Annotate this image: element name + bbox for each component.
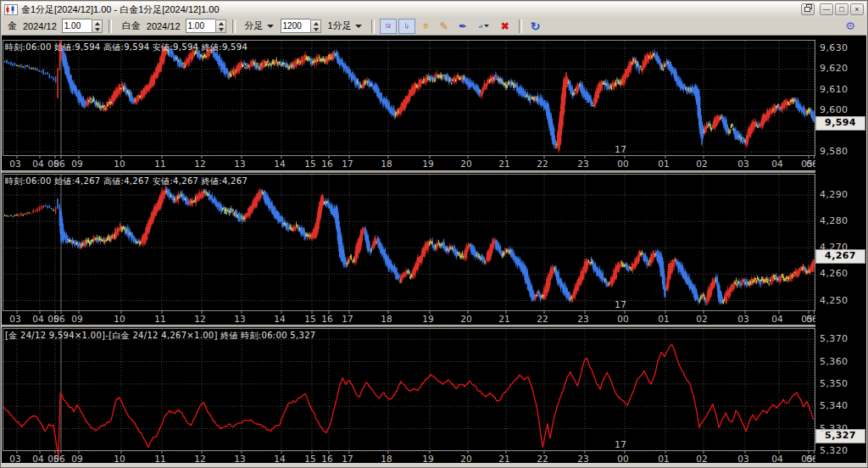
y-tick-label: 9,600 — [820, 104, 849, 115]
y-tick-label: 4,290 — [820, 189, 849, 200]
x-tick-label: 10 — [114, 159, 125, 169]
spin-down-icon[interactable] — [92, 26, 102, 32]
x-tick-label: 13 — [234, 159, 245, 169]
candlestick-app-icon — [4, 4, 18, 15]
x-tick-label: 11 — [154, 159, 165, 169]
x-tick-label: 02 — [696, 159, 707, 169]
y-tick-label: 5,330 — [820, 423, 849, 434]
bar-type-dropdown[interactable]: 分足 — [242, 19, 276, 33]
cursor-icon — [404, 20, 409, 31]
refresh-icon: ↻ — [531, 20, 541, 32]
platinum-multiplier-input[interactable] — [186, 19, 215, 33]
date-label: 17 — [615, 144, 626, 155]
chart-window: 金1分足[2024/12]1.00 - 白金1分足[2024/12]1.00 —… — [0, 0, 868, 468]
gold-candlestick-chart[interactable]: 0304050609101112131415161718192021222300… — [3, 40, 815, 170]
toolbar-separator — [232, 20, 236, 33]
y-tick-label: 9,610 — [820, 84, 849, 95]
pointer-tool-button[interactable] — [398, 19, 415, 34]
x-tick-label: 03 — [737, 159, 748, 169]
y-tick-label: 9,620 — [820, 63, 849, 74]
y-tick-label: 4,270 — [820, 242, 849, 253]
date-label: 17 — [615, 439, 626, 450]
maximize-button[interactable]: □ — [835, 3, 849, 15]
x-tick-label: 04 — [32, 159, 44, 169]
chart-area: 0304050609101112131415161718192021222300… — [2, 36, 866, 465]
x-tick-label: 21 — [498, 314, 509, 324]
panel-splitter[interactable] — [2, 325, 866, 327]
overlapping-windows-icon — [804, 4, 812, 12]
y-tick-label: 5,320 — [820, 445, 849, 456]
y-tick-label: 5,340 — [820, 400, 849, 411]
x-tick-label: 16 — [321, 314, 333, 324]
crosshair-chart-icon — [386, 20, 391, 31]
y-tick-label: 5,360 — [820, 356, 849, 367]
gold-multiplier-input[interactable] — [62, 19, 92, 33]
spin-up-icon[interactable] — [311, 20, 320, 26]
x-tick-label: 16 — [321, 159, 333, 169]
hand-tool-button[interactable] — [417, 19, 434, 34]
spin-down-icon[interactable] — [311, 26, 320, 32]
x-tick-label: 22 — [537, 314, 548, 324]
pencil-tool-button[interactable]: ✎ — [436, 19, 453, 34]
x-tick-label: 18 — [381, 314, 392, 324]
gold-chart-panel: 0304050609101112131415161718192021222300… — [3, 40, 815, 170]
date-label: 17 — [615, 299, 626, 310]
x-tick-label: 06 — [806, 314, 815, 324]
indicator-menu-button[interactable] — [473, 19, 495, 34]
x-tick-label: 23 — [577, 159, 588, 169]
x-tick-label: 00 — [617, 314, 628, 324]
y-tick-label: 9,580 — [820, 146, 849, 157]
toolbar-separator — [519, 20, 522, 33]
delete-x-icon: ✖ — [501, 21, 509, 31]
refresh-button[interactable]: ↻ — [527, 19, 544, 34]
x-tick-label: 14 — [274, 314, 286, 324]
gold-contract: 2024/12 — [23, 21, 57, 31]
y-tick-label: 4,280 — [820, 215, 849, 226]
x-tick-label: 17 — [342, 159, 353, 169]
interval-dropdown[interactable]: 1分足 — [326, 19, 364, 33]
close-button[interactable]: × — [850, 3, 864, 15]
spread-line-chart[interactable]: 0304050609101112131415161718192021222300… — [3, 328, 815, 465]
x-tick-label: 04 — [771, 314, 783, 324]
x-tick-label: 00 — [617, 159, 628, 169]
x-tick-label: 19 — [422, 159, 433, 169]
y-tick-label: 4,260 — [820, 268, 849, 279]
y-tick-label: 4,250 — [820, 295, 849, 306]
panel-splitter[interactable] — [2, 170, 866, 173]
platinum-contract: 2024/12 — [147, 21, 181, 31]
settings-button[interactable]: ⚙ — [842, 19, 859, 34]
window-title: 金1分足[2024/12]1.00 - 白金1分足[2024/12]1.00 — [21, 3, 801, 16]
crosshair-tool-button[interactable] — [380, 19, 397, 34]
x-tick-label: 06 — [806, 159, 815, 169]
platinum-ohlc-header: 時刻:06:00 始値:4,267 高値:4,267 安値:4,267 終値:4… — [5, 176, 248, 187]
x-tick-label: 12 — [194, 159, 205, 169]
x-tick-label: 03 — [9, 314, 20, 324]
x-tick-label: 15 — [304, 314, 315, 324]
bar-count-input[interactable] — [281, 19, 310, 33]
chevron-down-icon — [267, 25, 274, 28]
pen-nib-icon: ✒ — [459, 21, 467, 31]
platinum-label: 白金 — [122, 20, 141, 32]
title-bar[interactable]: 金1分足[2024/12]1.00 - 白金1分足[2024/12]1.00 —… — [2, 2, 866, 18]
x-tick-label: 03 — [737, 314, 748, 324]
spread-formula-header: [金 24/12 9,594×1.00]-[白金 24/12 4,267×1.0… — [5, 330, 315, 342]
minimize-button[interactable]: — — [820, 3, 833, 15]
spin-up-icon[interactable] — [92, 20, 102, 26]
x-tick-label: 21 — [498, 159, 509, 169]
spin-up-icon[interactable] — [216, 20, 225, 26]
pen-tool-button[interactable]: ✒ — [454, 19, 471, 34]
x-tick-label: 12 — [194, 314, 205, 324]
window-bottom-edge — [2, 463, 866, 466]
x-tick-label: 17 — [342, 314, 353, 324]
gold-multiplier-spinbox — [62, 19, 103, 33]
float-window-button[interactable] — [801, 3, 815, 15]
spin-down-icon[interactable] — [216, 26, 225, 32]
y-tick-label: 5,370 — [820, 333, 849, 344]
x-tick-label: 19 — [422, 314, 433, 324]
x-tick-label: 01 — [658, 159, 669, 169]
x-tick-label: 14 — [274, 159, 286, 169]
gold-last-price-tag: 9,594 — [815, 116, 865, 131]
remove-indicator-button[interactable]: ✖ — [497, 19, 514, 34]
platinum-candlestick-chart[interactable]: 0304050609101112131415161718192021222300… — [3, 174, 815, 325]
x-tick-label: 06 — [53, 159, 65, 169]
